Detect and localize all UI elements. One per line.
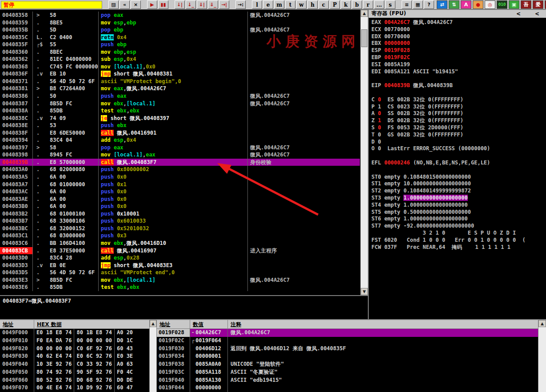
stack-address-header[interactable]: 地址 (157, 320, 190, 328)
disasm-row[interactable]: 004083B7.68 33000106push 0x6010033 (0, 217, 360, 225)
run-button[interactable]: ▶ (147, 0, 157, 9)
disasm-row[interactable]: 004083BC.68 32000152push 0x52010032 (0, 225, 360, 232)
register-line[interactable]: EFL 00000246 (NO,NB,E,BE,NS,PE,GE,LE) (371, 160, 546, 167)
stack-row[interactable]: 0019F0400085A130ASCII "edb19415" (157, 376, 546, 384)
swap-arrows-icon[interactable]: ⇄ (437, 0, 447, 9)
open-file-button[interactable]: ▨ (108, 0, 119, 9)
monitor-icon[interactable]: ▣ (509, 0, 519, 9)
stack-row[interactable]: 0019F03000406D12返回到 微风.00406D12 来自 微风.00… (157, 345, 546, 353)
close-button[interactable]: × (131, 0, 141, 9)
step-over-button[interactable]: ↓_ (186, 0, 196, 9)
red-dot-icon[interactable]: ● (473, 0, 483, 9)
disasm-row[interactable]: 004083E3>8B5D FCmov ebx,[local.1]微风.004A… (0, 276, 360, 284)
disasm-row[interactable]: 004083D0.83C4 28add esp,0x28 (0, 254, 360, 262)
register-line[interactable]: FCW 037F Prec NEAR,64 掩码 1 1 1 1 1 1 (371, 244, 546, 251)
disasm-row[interactable]: 00408398.8945 FCmov [local.1],eax微风.004A… (0, 151, 360, 159)
dump-row[interactable]: 0049F060B0 52 92 76D0 68 92 76D0 DE (0, 376, 156, 384)
disasm-row[interactable]: 00408387.8B5D FCmov ebx,[local.1]微风.004A… (0, 100, 360, 108)
disasm-row[interactable]: 00408381>B8 C7264A00mov eax,微风.004A26C7 (0, 85, 360, 92)
list-icon[interactable]: ≡ (402, 0, 412, 9)
help-icon[interactable]: ? (424, 0, 434, 9)
stack-scrollbar[interactable]: ▲ (538, 320, 546, 392)
letter-button-e[interactable]: e (263, 0, 273, 9)
up-down-icon[interactable]: ⇅ (449, 0, 459, 9)
register-line[interactable]: C 0 ES 002B 32位 0(FFFFFFFF) (371, 96, 546, 104)
disasm-row[interactable]: 0040838F.E8 6DE50000call 微风.00416901 (0, 129, 360, 137)
stack-row[interactable]: 0019F02C┌0019F064 (157, 337, 546, 345)
dump-row[interactable]: 0049F000E0 18 E8 7480 1B E8 74A0 20 (0, 329, 156, 337)
register-line[interactable]: 3 2 1 0 E S P U O Z D I (371, 230, 546, 237)
disasm-row[interactable]: 004083C1.68 03000000push 0x3 (0, 232, 360, 240)
stack-row[interactable]: 0019F0380085A0A0UNICODE "登陆软件" (157, 360, 546, 368)
register-line[interactable]: ST3 empty 1.000000000000000000 (371, 195, 546, 202)
register-line[interactable]: ST1 empty 10.000000000000000000 (371, 180, 546, 188)
disasm-row[interactable]: 004083A5.6A 00push 0x0 (0, 173, 360, 181)
letter-button-b[interactable]: b (352, 0, 362, 9)
scroll-up-icon[interactable]: ▲ (361, 10, 368, 17)
binary-010-icon[interactable]: 010 (497, 0, 507, 9)
stack-row[interactable]: 0019F028-004A26C7微风.004A26C7 (157, 329, 546, 337)
dump-scroll-up-icon[interactable]: ▲ (150, 320, 156, 327)
animate-over-button[interactable]: ⇓_ (208, 0, 218, 9)
letter-button-r[interactable]: r (363, 0, 373, 9)
letter-button-h[interactable]: h (307, 0, 318, 9)
disasm-row[interactable]: 00408359.8BE5mov esp,ebp (0, 19, 360, 27)
register-line[interactable]: EIP 0040839B 微风.0040839B (371, 82, 546, 89)
register-line[interactable]: ESP 0019F028 (371, 47, 546, 54)
disasm-row[interactable]: 00408358>58pop eax微风.004A26C7 (0, 12, 360, 19)
register-lines[interactable]: EAX 004A26C7 微风.004A26C7ECX 00770000EDX … (369, 18, 546, 251)
letter-button-t[interactable]: t (285, 0, 295, 9)
register-line[interactable]: ST6 empty 1.000000000000000000 (371, 216, 546, 223)
dump-row[interactable]: 0049F02000 00 00 00C0 6F 92 7660 43 (0, 345, 156, 353)
register-line[interactable]: ECX 00770000 (371, 26, 546, 33)
restart-button[interactable]: « (120, 0, 130, 9)
register-line[interactable]: ST2 empty 0.1084801499999999872 (371, 188, 546, 195)
register-line[interactable]: A 0 SS 002B 32位 0(FFFFFFFF) (371, 110, 546, 117)
disassembly-scrollbar[interactable]: ▲ ▼ (360, 10, 368, 295)
letter-button-s[interactable]: s (385, 0, 395, 9)
letter-button-k[interactable]: k (341, 0, 351, 9)
register-line[interactable]: ST5 empty 0.5000000000000000000 (371, 209, 546, 216)
register-line[interactable]: D 0 (371, 139, 546, 146)
disasm-row[interactable]: 00408362.81EC 04000000sub esp,0x4 (0, 56, 360, 63)
disasm-row[interactable]: 00408368.C745 FC 00000000mov [local.1],0… (0, 63, 360, 71)
disasm-row[interactable]: 004083D5.56 4D 50 72 6Fascii "VMProtect … (0, 269, 360, 276)
letter-button-P[interactable]: P (330, 0, 340, 9)
letter-button-...[interactable]: ... (374, 0, 384, 9)
disasm-row[interactable]: 0040838E.53push ebx (0, 122, 360, 129)
disasm-row[interactable]: 004083E6.85DBtest ebx,ebx (0, 284, 360, 291)
disasm-row[interactable]: 004083C6.BB 106D4100mov ebx,微风.00416D10 (0, 240, 360, 247)
dump-row[interactable]: 0049F07000 4E E4 7410 D9 92 7660 47 (0, 384, 156, 392)
windows-icon[interactable]: ▦ (413, 0, 423, 9)
pause-button[interactable]: ▮▮ (158, 0, 168, 9)
letter-button-m[interactable]: m (274, 0, 284, 9)
register-line[interactable]: EDX 00770000 (371, 33, 546, 40)
stack-row[interactable]: 0019F03400000001 (157, 352, 546, 360)
letter-button-w[interactable]: w (296, 0, 307, 9)
register-line[interactable]: T 0 GS 002B 32位 0(FFFFFFFF) (371, 132, 546, 139)
disasm-row[interactable]: 004083B2.68 01000100push 0x10001 (0, 210, 360, 218)
stack-comment-header[interactable]: 注释 (228, 320, 546, 328)
register-line[interactable]: Z 1 DS 002B 32位 0(FFFFFFFF) (371, 117, 546, 124)
register-line[interactable]: EDI 0085A121 ASCII "b19415" (371, 68, 546, 76)
collapse-right-button[interactable]: < (532, 10, 542, 18)
register-line[interactable] (371, 75, 546, 82)
disasm-row[interactable]: 00408394.83C4 04add esp,0x4 (0, 136, 360, 144)
letter-button-l[interactable]: l (252, 0, 262, 9)
stack-row[interactable]: 0019F04400000000 (157, 384, 546, 392)
register-line[interactable]: P 1 CS 0023 32位 0(FFFFFFFF) (371, 104, 546, 111)
letter-a-icon[interactable]: A (461, 0, 471, 9)
register-line[interactable]: ST4 empty 1.000000000000000000 (371, 202, 546, 209)
disasm-row[interactable]: 004083A7.68 01000000push 0x1 (0, 181, 360, 188)
dump-scrollbar[interactable]: ▲ (149, 320, 156, 392)
disasm-row[interactable]: 004083AC.6A 00push 0x0 (0, 188, 360, 196)
register-line[interactable]: EBP 0019F02C (371, 54, 546, 61)
register-line[interactable]: ST0 empty 0.1084801500000000000 (371, 174, 546, 181)
collapse-left-button[interactable]: < (513, 10, 524, 18)
disasm-row[interactable]: 004083CB.E8 37E50000call 微风.00416907进入主程… (0, 247, 360, 255)
disasm-row[interactable]: 0040838C.v74 09je short 微风.00408397 (0, 115, 360, 122)
dump-address-header[interactable]: 地址 (0, 320, 34, 328)
register-line[interactable] (371, 89, 546, 96)
disasm-row[interactable]: 0040838A.85DBtest ebx,ebx (0, 107, 360, 115)
disasm-row[interactable]: 0040839B.E8 57000000call 微风.004083F7身份校验 (0, 159, 360, 166)
